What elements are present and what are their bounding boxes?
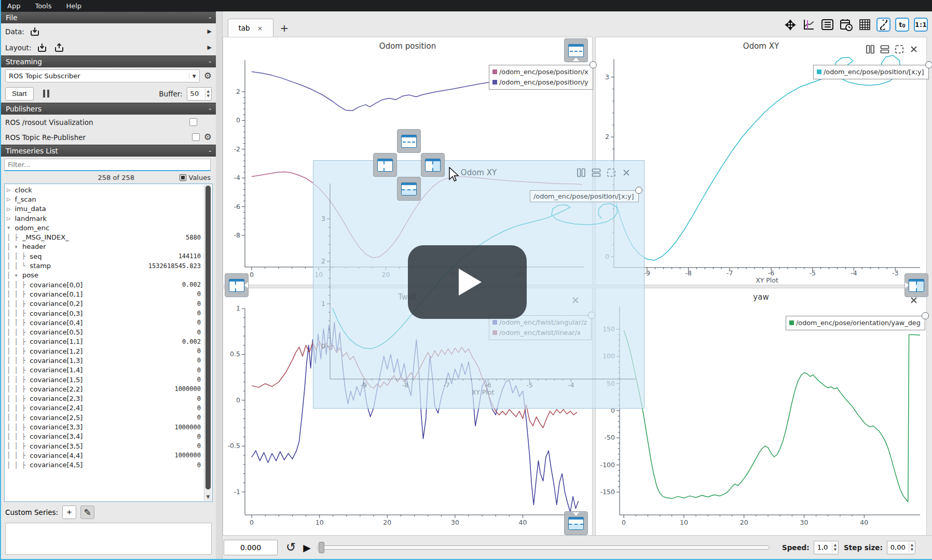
tree-row[interactable]: ▾ odom_enc — [7, 223, 212, 232]
tree-row[interactable]: ▷ landmark — [7, 214, 212, 223]
tree-row[interactable]: │ │ ├ covariance[0,2]0 — [7, 299, 212, 309]
tree-row[interactable]: │ │ ├ covariance[1,5]0 — [7, 375, 212, 384]
section-timeseries[interactable]: Timeseries List - — [1, 145, 216, 157]
legend-handle[interactable] — [925, 61, 932, 68]
tree-row[interactable]: │ │ ├ covariance[2,5]0 — [7, 413, 212, 422]
tree-row[interactable]: ▷ imu_data — [7, 204, 212, 214]
legend-odom-xy[interactable]: /odom_enc/pose/position/[x;y] — [813, 65, 929, 79]
dock-center-left-icon[interactable] — [373, 153, 397, 177]
link-axes-icon[interactable] — [876, 18, 890, 32]
collapse-icon[interactable]: - — [209, 105, 211, 113]
menu-app[interactable]: App — [7, 2, 20, 10]
time-offset-icon[interactable]: t0 — [895, 18, 909, 32]
legend-handle[interactable] — [590, 61, 597, 68]
legend-entry[interactable]: /odom_enc/pose/position/y — [499, 77, 588, 88]
custom-series-list[interactable] — [5, 523, 212, 555]
dock-edge-bottom-icon[interactable] — [564, 511, 588, 535]
tree-row[interactable]: │ │ ├ covariance[0,5]0 — [7, 327, 212, 337]
tree-scrollbar[interactable]: ▼ — [204, 185, 212, 501]
legend-handle[interactable] — [922, 312, 929, 319]
streaming-gear-icon[interactable]: ⚙ — [204, 72, 212, 80]
split-vertical-icon[interactable] — [879, 44, 890, 54]
list-view-icon[interactable] — [820, 18, 834, 32]
time-slider-handle[interactable] — [319, 542, 324, 553]
layout-submenu-arrow[interactable]: ▶ — [208, 44, 212, 51]
dock-edge-right-icon[interactable] — [904, 273, 928, 297]
tree-row[interactable]: │ │ ├ covariance[0,3]0 — [7, 309, 212, 318]
video-play-button[interactable] — [408, 245, 527, 319]
spinner-arrows-icon[interactable]: ▲▼ — [832, 542, 838, 552]
dock-edge-top-icon[interactable] — [564, 38, 588, 62]
buffer-spinner[interactable]: 50 ▲▼ — [187, 87, 212, 101]
section-publishers[interactable]: Publishers - — [1, 103, 216, 115]
move-viewport-icon[interactable] — [783, 18, 797, 32]
grid-layout-icon[interactable] — [858, 18, 872, 32]
tree-row[interactable]: │ │ ├ covariance[4,5]0 — [7, 460, 212, 470]
pause-icon[interactable] — [40, 88, 52, 100]
tree-row[interactable]: │ │ ├ covariance[0,4]0 — [7, 318, 212, 327]
step-size-spinner[interactable]: 0,00 ▲▼ — [887, 541, 915, 554]
tree-row[interactable]: │ │ ├ covariance[0,0]0.002 — [7, 280, 212, 289]
dock-center-right-icon[interactable] — [421, 153, 445, 177]
tree-row[interactable]: │ │ ├ covariance[3,3]1000000 — [7, 422, 212, 431]
time-slider[interactable] — [317, 545, 770, 550]
publisher-rosout-checkbox[interactable] — [189, 118, 197, 126]
load-layout-icon[interactable] — [35, 41, 48, 54]
loop-icon[interactable]: ↺ — [286, 541, 296, 553]
tree-row[interactable]: │ ▾ header — [7, 242, 212, 251]
filter-input[interactable] — [4, 159, 211, 171]
fullscreen-icon[interactable] — [606, 167, 616, 178]
values-checkbox[interactable] — [180, 174, 186, 181]
dock-edge-left-icon[interactable] — [225, 273, 249, 297]
curve-tracker-icon[interactable] — [802, 18, 816, 32]
spinner-arrows-icon[interactable]: ▲▼ — [205, 89, 211, 99]
legend-handle[interactable] — [635, 187, 642, 194]
publisher-republisher-checkbox[interactable] — [192, 133, 200, 141]
menu-help[interactable]: Help — [66, 2, 81, 10]
publisher-gear-icon[interactable]: ⚙ — [204, 133, 212, 142]
collapse-icon[interactable]: - — [209, 147, 211, 155]
scroll-down-icon[interactable]: ▼ — [204, 494, 212, 499]
legend-entry[interactable]: /odom_enc/pose/orientation/yaw_deg — [796, 318, 921, 328]
streaming-source-select[interactable]: ROS Topic Subscriber ▼ — [5, 69, 200, 82]
legend-entry[interactable]: /odom_enc/pose/position/x — [499, 67, 588, 77]
section-file[interactable]: File - — [1, 11, 216, 23]
tree-row[interactable]: │ │ ├ covariance[1,2]0 — [7, 346, 212, 356]
dock-center-bottom-icon[interactable] — [397, 177, 421, 201]
tree-row[interactable]: │ │ ├ covariance[3,5]0 — [7, 441, 212, 451]
tree-row[interactable]: │ │ ├ covariance[1,1]0.002 — [7, 337, 212, 346]
menu-tools[interactable]: Tools — [35, 2, 51, 10]
tree-row[interactable]: │ │ ├ covariance[2,4]0 — [7, 403, 212, 413]
speed-spinner[interactable]: 1,0 ▲▼ — [814, 541, 839, 554]
close-pane-icon[interactable] — [908, 44, 919, 54]
tree-row[interactable]: │ │ ├ covariance[2,2]1000000 — [7, 384, 212, 394]
play-button[interactable]: ▶ — [303, 542, 311, 553]
tree-row[interactable]: │ │ ├ covariance[3,4]0 — [7, 432, 212, 441]
sidebar-splitter[interactable] — [216, 11, 223, 559]
tree-scrollbar-thumb[interactable] — [205, 186, 211, 489]
legend-entry[interactable]: /odom_enc/pose/position/[x;y] — [533, 192, 634, 200]
ratio-1-1-icon[interactable]: 1:1 — [914, 18, 928, 32]
section-streaming[interactable]: Streaming - — [1, 55, 216, 67]
tree-row[interactable]: │ │ ├ covariance[1,3]0 — [7, 356, 212, 365]
add-custom-series-button[interactable]: + — [62, 506, 76, 519]
tree-row[interactable]: │ ▾ pose — [7, 271, 212, 280]
legend-yaw[interactable]: /odom_enc/pose/orientation/yaw_deg — [786, 316, 925, 330]
plot-pane-yaw[interactable]: yaw 150100500-50-100-150010203040 /odom_… — [595, 288, 927, 536]
edit-custom-series-button[interactable]: ✎ — [80, 506, 94, 519]
tree-row[interactable]: ▷ f_scan — [7, 194, 212, 204]
yaw-chart[interactable]: 150100500-50-100-150010203040 — [596, 304, 926, 536]
split-horizontal-icon[interactable] — [865, 44, 875, 54]
tree-row[interactable]: ▷ clock — [7, 185, 212, 194]
data-submenu-arrow[interactable]: ▶ — [208, 28, 212, 35]
dock-center-top-icon[interactable] — [397, 129, 421, 153]
save-layout-icon[interactable] — [52, 41, 65, 54]
drag-preview-legend[interactable]: /odom_enc/pose/position/[x;y] — [530, 190, 639, 202]
load-data-icon[interactable] — [29, 25, 42, 38]
legend-entry[interactable]: /odom_enc/pose/position/[x;y] — [824, 67, 924, 77]
tree-row[interactable]: │ │ ├ covariance[4,4]1000000 — [7, 451, 212, 460]
add-tab-button[interactable]: + — [277, 21, 292, 35]
fullscreen-icon[interactable] — [894, 44, 904, 54]
spinner-arrows-icon[interactable]: ▲▼ — [909, 542, 915, 552]
legend-odom-position[interactable]: /odom_enc/pose/position/x /odom_enc/pose… — [489, 65, 593, 90]
